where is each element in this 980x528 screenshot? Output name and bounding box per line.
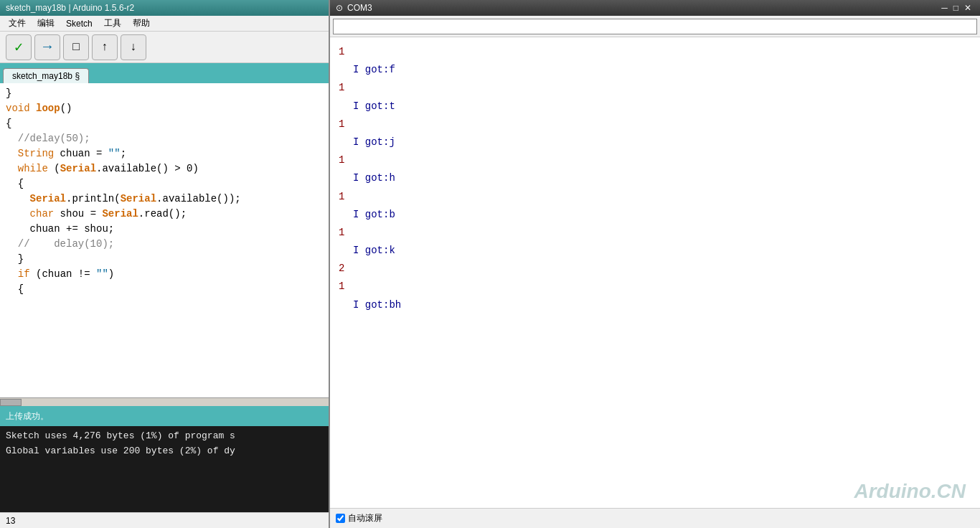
serial-line: 1 (339, 151, 971, 169)
tab-label: sketch_may18b § (12, 71, 80, 81)
serial-input-bar (330, 16, 980, 37)
serial-line: I got:b (339, 206, 971, 224)
code-line: if (chuan != "") (6, 267, 323, 282)
code-line: // delay(10); (6, 237, 323, 252)
scrollbar-thumb[interactable] (0, 399, 22, 406)
left-title-text: sketch_may18b | Arduino 1.5.6-r2 (6, 3, 134, 13)
serial-line: I got:bh (339, 296, 971, 314)
toolbar: ✓ → □ ↑ ↓ (0, 32, 329, 63)
code-line: chuan += shou; (6, 222, 323, 237)
bottom-status: 13 (0, 512, 329, 528)
close-btn[interactable]: ✕ (964, 3, 971, 13)
code-line: Serial.println(Serial.available()); (6, 192, 323, 207)
line-number: 13 (6, 516, 15, 526)
menu-edit[interactable]: 编辑 (32, 16, 60, 31)
maximize-btn[interactable]: □ (953, 3, 958, 13)
menu-file[interactable]: 文件 (3, 16, 32, 31)
code-line: char shou = Serial.read(); (6, 207, 323, 222)
new-button[interactable]: □ (63, 34, 89, 60)
serial-line: 1 (339, 224, 971, 242)
tab-bar: sketch_may18b § (0, 63, 329, 83)
right-title-bar: ⊙ COM3 ─ □ ✕ (330, 0, 980, 16)
serial-line: I got:t (339, 98, 971, 116)
autoscroll-label: 自动滚屏 (348, 512, 382, 524)
open-button[interactable]: ↑ (92, 34, 118, 60)
left-panel: sketch_may18b | Arduino 1.5.6-r2 文件 编辑 S… (0, 0, 330, 528)
code-line: String chuan = ""; (6, 146, 323, 161)
serial-line: 1 (339, 116, 971, 133)
menu-bar: 文件 编辑 Sketch 工具 帮助 (0, 16, 329, 32)
output-console: Sketch uses 4,276 bytes (1%) of program … (0, 426, 329, 512)
serial-line: I got:j (339, 133, 971, 151)
code-line: { (6, 176, 323, 192)
tab-sketch[interactable]: sketch_may18b § (3, 68, 89, 83)
serial-output: 1 I got:f 1 I got:t (330, 37, 980, 508)
code-line: while (Serial.available() > 0) (6, 161, 323, 176)
serial-line: 2 (339, 260, 971, 278)
status-text: 上传成功。 (6, 410, 49, 423)
menu-sketch[interactable]: Sketch (60, 17, 98, 30)
serial-line: 1 (339, 278, 971, 296)
serial-line: I got:k (339, 242, 971, 260)
menu-tools[interactable]: 工具 (98, 16, 127, 31)
menu-help[interactable]: 帮助 (127, 16, 156, 31)
serial-line: I got:h (339, 169, 971, 187)
code-line: } (6, 252, 323, 267)
code-line: { (6, 282, 323, 297)
output-line-1: Sketch uses 4,276 bytes (1%) of program … (6, 429, 323, 444)
serial-line: 1 (339, 79, 971, 97)
status-bar: 上传成功。 (0, 406, 329, 426)
verify-button[interactable]: ✓ (6, 34, 32, 60)
right-title-icon: ⊙ (336, 3, 343, 13)
left-title-bar: sketch_may18b | Arduino 1.5.6-r2 (0, 0, 329, 16)
right-title-text: COM3 (347, 3, 372, 13)
save-button[interactable]: ↓ (121, 34, 146, 60)
serial-line: 1 (339, 43, 971, 61)
serial-line: I got:f (339, 61, 971, 79)
output-line-2: Global variables use 200 bytes (2%) of d… (6, 444, 323, 459)
serial-bottom: 自动滚屏 (330, 508, 980, 528)
code-editor[interactable]: } void loop() { //delay(50); String chua… (0, 83, 329, 397)
code-horizontal-scrollbar[interactable] (0, 397, 329, 406)
serial-input[interactable] (333, 19, 977, 34)
code-line: { (6, 116, 323, 131)
upload-button[interactable]: → (34, 34, 60, 60)
autoscroll-checkbox[interactable] (336, 514, 345, 523)
right-panel: ⊙ COM3 ─ □ ✕ 1 I go (330, 0, 980, 528)
code-line: } (6, 86, 323, 101)
minimize-btn[interactable]: ─ (941, 3, 948, 13)
code-line: //delay(50); (6, 131, 323, 146)
code-line: void loop() (6, 101, 323, 116)
serial-line: 1 (339, 188, 971, 206)
